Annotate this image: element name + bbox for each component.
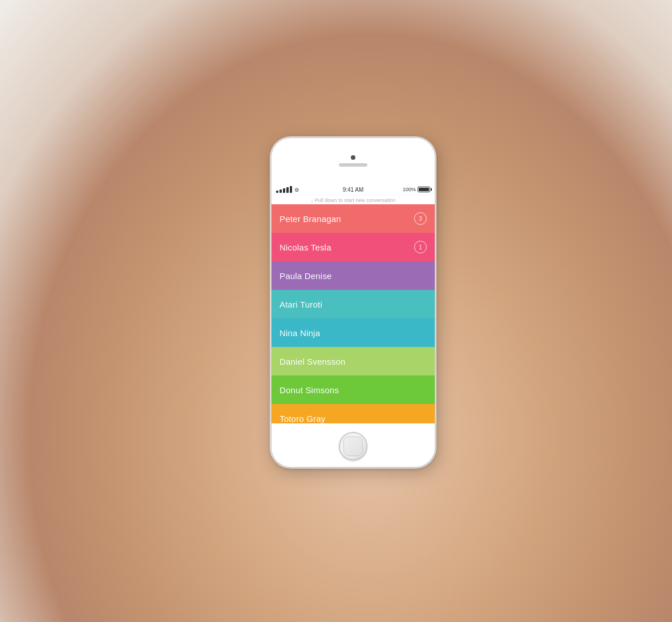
bottom-bezel — [272, 423, 435, 468]
pull-hint-top: ↓ Pull down to start new conversation — [272, 195, 435, 204]
conversation-item[interactable]: Paula Denise — [272, 261, 435, 290]
unread-badge: 1 — [414, 241, 427, 253]
phone-mockup: ⊜ 9:41 AM 100% ↓ Pull down to start new … — [270, 137, 436, 468]
camera — [351, 155, 355, 160]
conversation-item[interactable]: Nicolas Tesla1 — [272, 233, 435, 261]
unread-badge: 3 — [414, 212, 427, 225]
conversation-name: Nicolas Tesla — [280, 243, 331, 252]
signal-dot-3 — [283, 188, 285, 193]
iphone-device: ⊜ 9:41 AM 100% ↓ Pull down to start new … — [270, 137, 436, 468]
status-bar: ⊜ 9:41 AM 100% — [272, 184, 435, 195]
conversation-list: Peter Branagan3Nicolas Tesla1Paula Denis… — [272, 204, 435, 423]
status-left: ⊜ — [276, 186, 299, 193]
conversation-name: Daniel Svensson — [280, 357, 346, 366]
signal-dot-1 — [276, 191, 278, 193]
battery-fill — [419, 188, 429, 191]
conversation-item[interactable]: Atari Turoti — [272, 290, 435, 318]
speaker — [339, 163, 367, 167]
status-time: 9:41 AM — [343, 187, 364, 193]
signal-dot-4 — [286, 187, 289, 193]
conversation-item[interactable]: Totoro Gray — [272, 404, 435, 423]
top-bezel — [272, 138, 435, 184]
signal-dot-5 — [290, 186, 292, 193]
conversation-name: Atari Turoti — [280, 300, 322, 309]
conversation-name: Totoro Gray — [280, 414, 326, 423]
conversation-item[interactable]: Donut Simsons — [272, 375, 435, 404]
status-right: 100% — [403, 187, 430, 192]
conversation-item[interactable]: Nina Ninja — [272, 318, 435, 347]
battery-percent: 100% — [403, 187, 416, 192]
conversation-name: Peter Branagan — [280, 214, 341, 224]
phone-screen: ⊜ 9:41 AM 100% ↓ Pull down to start new … — [272, 184, 435, 423]
home-button[interactable] — [339, 432, 367, 461]
battery-icon — [418, 187, 430, 192]
conversation-name: Paula Denise — [280, 271, 332, 281]
conversation-name: Nina Ninja — [280, 328, 320, 338]
conversation-name: Donut Simsons — [280, 385, 339, 395]
conversation-item[interactable]: Daniel Svensson — [272, 347, 435, 375]
wifi-icon: ⊜ — [294, 187, 299, 193]
conversation-item[interactable]: Peter Branagan3 — [272, 204, 435, 233]
signal-bars — [276, 186, 292, 193]
signal-dot-2 — [280, 189, 282, 193]
home-button-inner — [343, 437, 363, 456]
